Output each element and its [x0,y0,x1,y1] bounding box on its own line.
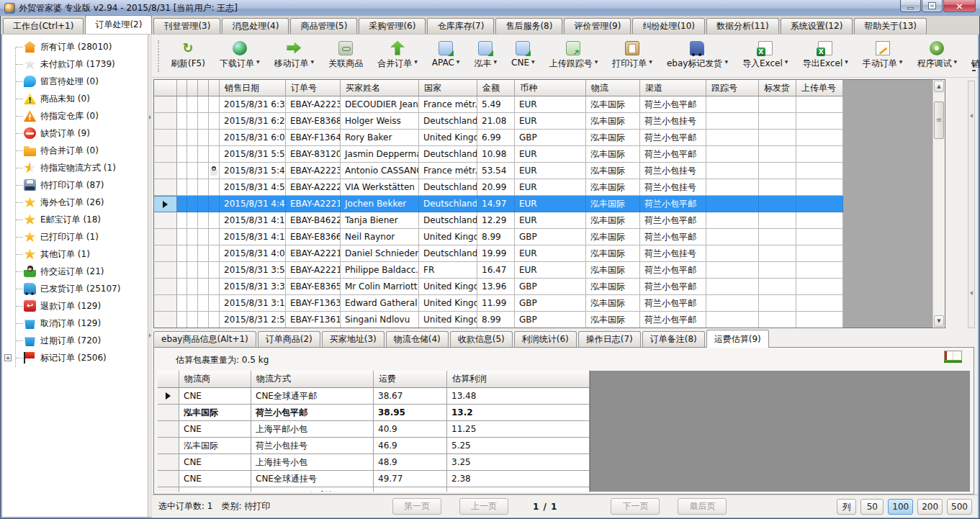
prev-page-button[interactable]: 上一页 [459,498,508,515]
book-icon[interactable] [944,351,962,363]
main-tab[interactable]: 消息处理(4) [222,18,289,34]
sidebar-item[interactable]: + 留言待处理 (0) [2,73,148,90]
col-sale-date[interactable]: 销售日期 [220,80,286,96]
dropdown-arrow-icon[interactable] [531,55,535,66]
order-row[interactable]: 2015/8/31 6:37 EBAY-A22236 DECOUDIER Jea… [154,96,843,113]
tree-expand-icon[interactable]: + [4,354,12,361]
row-header[interactable] [158,405,179,421]
row-header[interactable] [158,421,179,438]
toolbar-button[interactable]: 程序调试 [909,37,964,75]
right-collapse-strip[interactable] [968,81,975,328]
order-row[interactable]: 2015/8/31 5:47 EBAY-A22234 Antonio CASSA… [154,163,843,179]
order-row[interactable]: 2015/8/31 6:28 EBAY-E8368 Holger Weiss D… [154,113,843,130]
col-mark-shipped[interactable]: 标发货 [759,80,796,96]
row-header[interactable] [158,471,179,487]
sidebar-item[interactable]: + 海外仓订单 (26) [2,194,148,211]
col-upload-no[interactable]: 上传单号 [796,80,843,96]
toolbar-button[interactable]: 打印订单 [605,37,660,75]
dropdown-arrow-icon[interactable] [953,55,957,66]
sidebar-item[interactable]: + 已发货订单 (25107) [2,280,148,297]
dropdown-arrow-icon[interactable] [899,55,903,66]
row-header[interactable] [158,487,179,492]
dropdown-arrow-icon[interactable] [414,55,418,66]
freight-row[interactable]: CNE 上海挂号小包 48.9 3.25 [158,454,590,471]
freight-row[interactable]: CNE CNE全球通平邮 38.67 13.48 [158,388,590,405]
col-currency[interactable]: 币种 [515,80,586,96]
row-header[interactable] [154,96,177,113]
col-country[interactable]: 国家 [419,80,477,96]
order-row[interactable]: 2015/8/31 4:16 EBAY-B4622 Tanja Biener D… [154,212,843,229]
row-header[interactable] [154,179,177,196]
detail-tab[interactable]: 运费估算(9) [706,330,769,348]
sidebar-item[interactable]: + 待指定仓库 (0) [2,107,148,125]
toolbar-button[interactable]: 上传跟踪号 [542,37,606,75]
toolbar-button[interactable]: 导出Excel [795,37,855,75]
sidebar-item[interactable]: + 所有订单 (28010) [2,38,148,55]
dropdown-arrow-icon[interactable] [493,55,497,66]
detail-tab[interactable]: 收款信息(5) [450,331,513,347]
col-buyer[interactable]: 买家姓名 [341,80,419,96]
order-row[interactable]: 2015/8/31 2:55 EBAY-F1361 Singani Ndlovu… [154,312,843,328]
toolbar-button[interactable]: 合并订单 [370,37,425,75]
col-order-no[interactable]: 订单号 [286,80,341,96]
dropdown-arrow-icon[interactable] [595,55,598,66]
sidebar-item[interactable]: + 标记订单 (2506) [2,349,148,366]
scrollbar-thumb[interactable] [934,101,944,139]
col-channel[interactable]: 渠道 [640,80,706,96]
main-tab[interactable]: 工作台(Ctrl+1) [3,18,84,34]
order-row[interactable]: 2015/8/31 4:11 EBAY-E8366 Neil Raynor Un… [154,229,843,245]
first-page-button[interactable]: 第一页 [392,498,441,515]
row-header[interactable] [158,438,179,454]
main-tab[interactable]: 评价管理(9) [564,18,631,34]
detail-tab[interactable]: 物流仓储(4) [386,331,449,347]
main-tab[interactable]: 仓库库存(7) [427,18,494,34]
toolbar-button[interactable]: CNE [504,37,542,75]
main-tab[interactable]: 采购管理(6) [359,18,426,34]
sidebar-item[interactable]: + E邮宝订单 (18) [2,211,148,228]
toolbar-button[interactable]: APAC [425,37,467,75]
detail-tab[interactable]: 买家地址(3) [322,331,385,347]
orders-scrollbar[interactable]: ▲ ▼ [932,80,945,328]
columns-button[interactable]: 列 [837,499,856,515]
dropdown-arrow-icon[interactable] [311,55,315,66]
sidebar-item[interactable]: + 已打印订单 (1) [2,228,148,245]
main-tab[interactable]: 商品管理(5) [290,18,357,34]
col-method[interactable]: 物流方式 [251,371,374,388]
scroll-down-icon[interactable]: ▼ [934,315,944,327]
minimize-button[interactable] [900,0,921,12]
order-row[interactable]: 2015/8/31 4:53 EBAY-A22220 VIA Werkstätt… [154,179,843,196]
toolbar-button[interactable]: 手动订单 [855,37,910,75]
close-button[interactable]: × [943,0,976,12]
freight-row[interactable]: CNE 上海平邮小包 40.9 11.25 [158,421,590,438]
main-tab[interactable]: 纠纷处理(10) [632,18,705,34]
order-row[interactable]: 2015/8/31 4:46 EBAY-A22219 Jochen Bekker… [154,196,843,212]
row-header[interactable] [154,312,177,328]
col-est-profit[interactable]: 估算利润 [447,371,590,388]
last-page-button[interactable]: 最后页 [678,498,727,515]
toolbar-button[interactable]: 泓丰 [467,37,504,75]
dropdown-arrow-icon[interactable] [845,55,848,66]
sidebar-item[interactable]: + 待合并订单 (0) [2,142,148,159]
order-row[interactable]: 2015/8/31 5:59 EBAY-83120... Jasmin Depp… [154,146,843,163]
order-row[interactable]: 2015/8/31 3:18 EBAY-F1363 Edward Gathera… [154,295,843,312]
sidebar-item[interactable]: + 缺货订单 (9) [2,125,148,142]
toolbar-button[interactable]: 刷新(F5) [163,37,212,75]
freight-row[interactable]: 全球挂号 [158,487,590,492]
row-header[interactable] [154,196,177,212]
toolbar-button[interactable]: ebay标记发货 [660,37,735,75]
row-header[interactable] [158,454,179,471]
row-header[interactable] [154,262,177,279]
sidebar-item[interactable]: + 待打印订单 (87) [2,176,148,194]
row-header[interactable] [158,388,179,405]
col-carrier[interactable]: 物流商 [179,371,251,388]
row-header[interactable] [154,163,177,179]
page-size-button[interactable]: 50 [860,499,884,515]
main-tab[interactable]: 刊登管理(3) [153,18,220,34]
page-size-button[interactable]: 500 [947,499,972,515]
page-size-button[interactable]: 200 [917,499,943,515]
row-header[interactable] [154,245,177,262]
main-tab[interactable]: 系统设置(12) [781,18,853,34]
col-tracking[interactable]: 跟踪号 [706,80,759,96]
sidebar-item[interactable]: + 待指定物流方式 (1) [2,159,148,176]
row-header[interactable] [154,295,177,312]
